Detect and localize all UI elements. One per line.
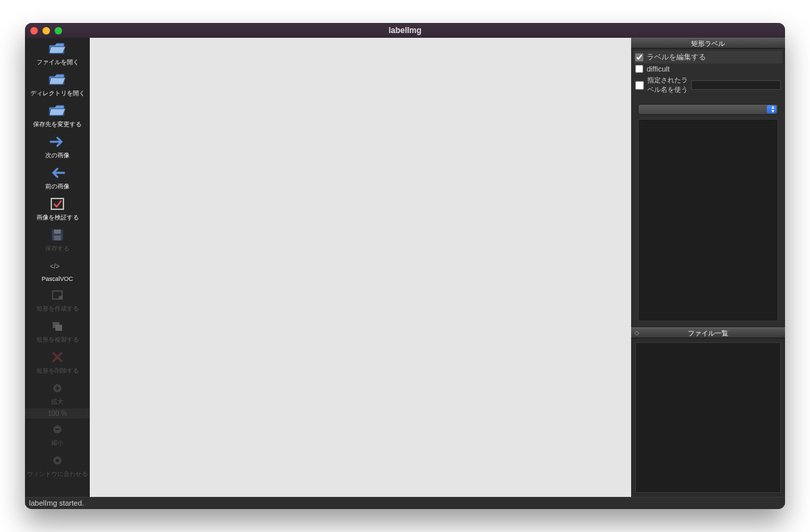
floppy-disk-icon [48,227,67,243]
rect-create-icon [48,287,67,303]
folder-save-icon [48,103,67,119]
open-file-button[interactable]: ファイルを開く [25,38,90,69]
default-label-input[interactable] [691,80,781,90]
rect-duplicate-icon [48,318,67,334]
window-title: labelImg [25,26,785,35]
edit-label-checkbox[interactable] [635,53,643,61]
file-list-header: ◇ ファイル一覧 [631,327,785,338]
format-button[interactable]: </> PascalVOC [25,255,90,284]
titlebar: labelImg [25,23,785,38]
open-dir-label: ディレクトリを開く [30,89,85,98]
right-panels: 矩形ラベル ラベルを編集する difficult 指定されたラベル名を使う [631,38,785,497]
prev-image-button[interactable]: 前の画像 [25,162,90,193]
difficult-row[interactable]: difficult [634,63,782,74]
duplicate-rect-button: 短形を複製する [25,315,90,346]
folder-open-icon [48,41,67,57]
label-list[interactable] [638,119,778,321]
labels-panel-body: ラベルを編集する difficult 指定されたラベル名を使う ▴▾ [631,49,785,327]
app-window: labelImg ファイルを開く [25,23,785,509]
zoom-out-label: 縮小 [51,439,63,448]
file-list-title: ファイル一覧 [688,329,728,337]
open-file-label: ファイルを開く [36,58,79,67]
edit-label-text: ラベルを編集する [647,52,706,62]
create-rect-button: 短形を作成する [25,284,90,315]
change-save-dir-button[interactable]: 保存先を変更する [25,100,90,131]
difficult-text: difficult [647,65,670,73]
fit-window-button: ウィンドウに合わせる [25,450,90,481]
labels-panel-header: 矩形ラベル [631,38,785,49]
format-tag-icon: </> [48,258,67,274]
arrow-right-icon [48,134,67,150]
format-label: PascalVOC [42,275,74,282]
zoom-out-button: 縮小 [25,419,90,450]
svg-rect-2 [54,230,61,234]
verify-image-label: 画像を検証する [36,213,79,222]
next-image-button[interactable]: 次の画像 [25,131,90,162]
change-save-dir-label: 保存先を変更する [33,120,82,129]
delete-x-icon [48,349,67,365]
statusbar: labelImg started. [25,497,785,509]
zoom-in-label: 拡大 [51,398,63,406]
fit-window-icon [48,452,67,469]
label-combo[interactable]: ▴▾ [638,104,778,115]
fit-window-label: ウィンドウに合わせる [27,470,88,479]
svg-rect-8 [55,325,62,331]
delete-rect-button: 短形を削除する [25,346,90,377]
svg-rect-0 [51,198,63,209]
arrow-left-icon [48,165,67,181]
zoom-value-label: 100 % [48,410,67,417]
file-list[interactable] [635,342,781,493]
prev-image-label: 前の画像 [45,182,70,191]
edit-label-row[interactable]: ラベルを編集する [634,51,782,63]
next-image-label: 次の画像 [45,151,70,160]
verify-image-button[interactable]: 画像を検証する [25,193,90,224]
open-dir-button[interactable]: ディレクトリを開く [25,69,90,100]
default-label-checkbox[interactable] [635,81,644,90]
svg-rect-3 [54,236,61,240]
left-toolbar: ファイルを開く ディレクトリを開く 保存先を [25,38,90,497]
file-list-panel: ◇ ファイル一覧 [631,327,785,497]
default-label-text: 指定されたラベル名を使う [647,76,688,95]
delete-rect-label: 短形を削除する [36,367,79,375]
save-label: 保存する [45,244,70,253]
minus-circle-icon [48,421,67,437]
labels-panel-title: 矩形ラベル [691,40,725,47]
zoom-value-display: 100 % [25,408,90,419]
canvas-area[interactable] [90,38,631,497]
default-label-row: 指定されたラベル名を使う [634,74,782,96]
difficult-checkbox[interactable] [635,65,643,73]
plus-circle-icon [48,380,67,396]
duplicate-rect-label: 短形を複製する [36,336,79,344]
checkmark-icon [48,196,67,212]
panel-detach-icon[interactable]: ◇ [634,330,640,336]
create-rect-label: 短形を作成する [36,304,79,313]
svg-text:</>: </> [50,263,60,270]
svg-point-6 [59,296,63,300]
zoom-in-button: 拡大 [25,377,90,408]
status-message: labelImg started. [29,499,84,507]
folder-icon [48,72,67,88]
svg-point-12 [56,459,59,462]
save-button: 保存する [25,224,90,255]
